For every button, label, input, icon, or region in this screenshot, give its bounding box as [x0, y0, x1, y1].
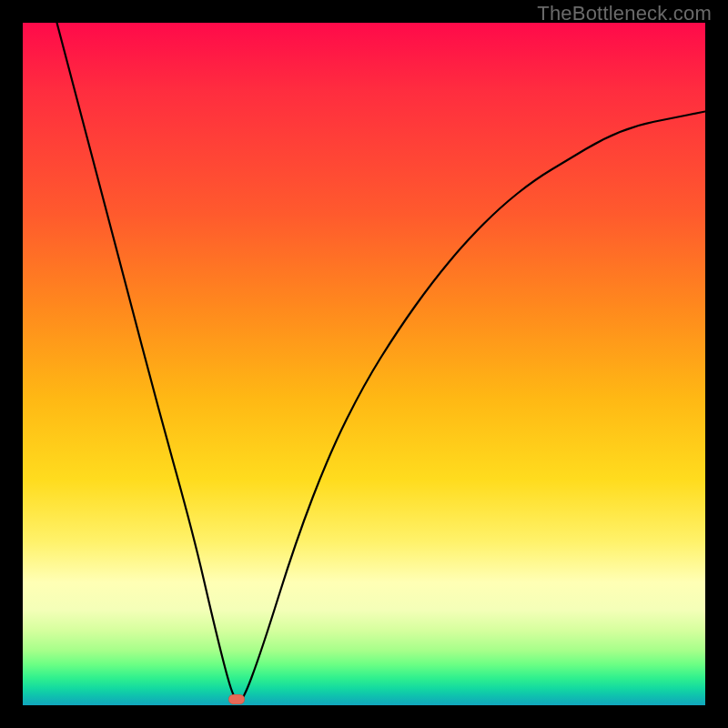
optimal-marker: [228, 694, 245, 704]
plot-area: [23, 23, 705, 705]
chart-root: TheBottleneck.com: [0, 0, 728, 728]
bottleneck-curve: [23, 23, 705, 705]
watermark-text: TheBottleneck.com: [537, 2, 712, 25]
